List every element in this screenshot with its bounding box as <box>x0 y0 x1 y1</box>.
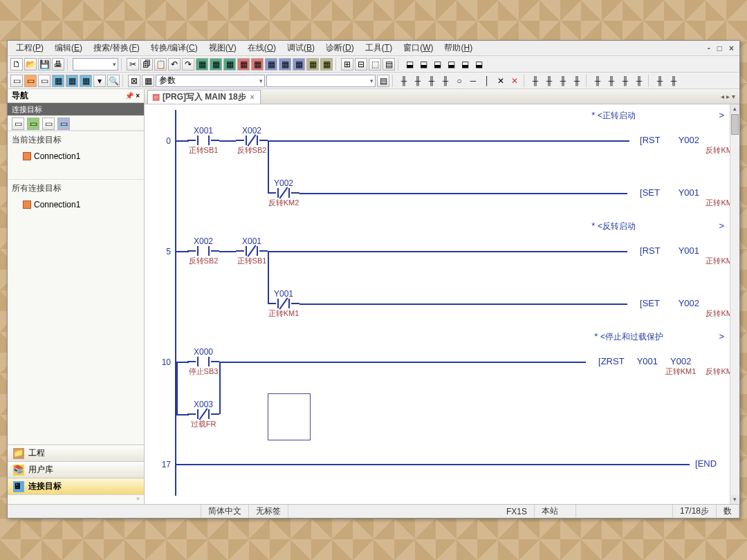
tb-h-icon[interactable]: ▦ <box>293 58 305 71</box>
t2-c-icon[interactable]: ▭ <box>38 75 50 87</box>
out-zrst[interactable]: [ZRSTY001Y002] 正转KM1反转KM2 <box>598 356 737 377</box>
tb-m-icon[interactable]: ⬚ <box>369 58 381 71</box>
redo-icon[interactable]: ↷ <box>182 58 194 71</box>
tb-s-icon[interactable]: ⬓ <box>459 58 471 71</box>
menu-project[interactable]: 工程(P) <box>10 41 49 55</box>
t2-a-icon[interactable]: ▭ <box>10 75 23 87</box>
menu-view[interactable]: 视图(V) <box>203 41 242 55</box>
ld-sf9-icon[interactable]: ✕ <box>495 75 507 87</box>
ladder-editor[interactable]: * <正转启动 > 0 X001 正转SB1 X002 反转SB2 <box>145 104 739 504</box>
tb-r-icon[interactable]: ⬓ <box>445 58 457 71</box>
close-icon[interactable]: × <box>726 44 737 53</box>
tab-nav[interactable]: ◂ ▸ ▾ <box>721 93 739 100</box>
ld-sf10-icon[interactable]: ✕ <box>508 75 521 87</box>
tab-close-icon[interactable]: × <box>249 93 256 101</box>
zoom-combo[interactable] <box>73 58 118 71</box>
tb-d-icon[interactable]: ▦ <box>237 58 250 71</box>
ld-af6-icon[interactable]: ╫ <box>543 75 555 87</box>
ld-y-icon[interactable]: ╫ <box>605 75 618 87</box>
out-set-y001[interactable]: [SETY001] 正转KM1 <box>640 187 737 208</box>
scroll-thumb[interactable] <box>731 114 739 135</box>
menu-tools[interactable]: 工具(T) <box>360 41 398 55</box>
tb-e-icon[interactable]: ▦ <box>251 58 264 71</box>
nav-tb-b-icon[interactable]: ▭ <box>27 118 39 130</box>
tb-i-icon[interactable]: ▦ <box>306 58 319 71</box>
ld-x-icon[interactable]: ╫ <box>591 75 604 87</box>
nav-cat-connection[interactable]: 🖥 连接目标 <box>8 478 144 494</box>
tb-a-icon[interactable]: ▦ <box>196 58 208 71</box>
print-icon[interactable]: 🖶 <box>52 58 64 71</box>
tb-q-icon[interactable]: ⬓ <box>431 58 443 71</box>
save-icon[interactable]: 💾 <box>38 58 50 71</box>
contact-x001-no[interactable]: X001 正转SB1 <box>187 126 219 156</box>
ld-af7-icon[interactable]: ╫ <box>557 75 569 87</box>
ld-f7-icon[interactable]: ╫ <box>425 75 438 87</box>
ld-af5-icon[interactable]: ╫ <box>529 75 542 87</box>
scroll-up-icon[interactable]: ▴ <box>730 104 739 113</box>
t2-e-icon[interactable]: ▦ <box>66 75 78 87</box>
undo-icon[interactable]: ↶ <box>168 58 181 71</box>
tb-b-icon[interactable]: ▦ <box>210 58 222 71</box>
param-combo-2[interactable] <box>266 75 376 87</box>
tb-g-icon[interactable]: ▦ <box>279 58 291 71</box>
tb-p-icon[interactable]: ⬓ <box>417 58 430 71</box>
nav-cat-project[interactable]: 📁 工程 <box>8 445 144 461</box>
pin-icon[interactable]: 📌 × <box>125 92 140 100</box>
tab-main[interactable]: ▤ [PRG]写入 MAIN 18步 × <box>147 90 261 104</box>
menu-window[interactable]: 窗口(W) <box>398 41 439 55</box>
ld-f5-icon[interactable]: ╫ <box>398 75 410 87</box>
cut-icon[interactable]: ✂ <box>127 58 139 71</box>
menu-compile[interactable]: 转换/编译(C) <box>145 41 203 55</box>
nav-item-connection-all[interactable]: Connection1 <box>8 197 144 212</box>
t2-g-icon[interactable]: ▾ <box>93 75 106 87</box>
menu-debug[interactable]: 调试(B) <box>282 41 320 55</box>
t2-d-icon[interactable]: ▦ <box>52 75 64 87</box>
ld-f10-icon[interactable]: ─ <box>467 75 479 87</box>
tb-c-icon[interactable]: ▦ <box>223 58 236 71</box>
nav-tb-c-icon[interactable]: ▭ <box>42 118 55 130</box>
copy-icon[interactable]: 🗐 <box>140 58 153 71</box>
contact-x003-nc[interactable]: X003 过载FR <box>187 400 219 429</box>
out-rst-y001[interactable]: [RSTY001] 正转KM1 <box>640 245 737 266</box>
paste-icon[interactable]: 📋 <box>154 58 167 71</box>
t2-i-icon[interactable]: ⊠ <box>128 75 140 87</box>
contact-x002-no[interactable]: X002 反转SB2 <box>187 236 219 266</box>
scroll-down-icon[interactable]: ▾ <box>730 495 739 504</box>
ld-f8-icon[interactable]: ╫ <box>439 75 452 87</box>
menu-help[interactable]: 帮助(H) <box>439 41 478 55</box>
nav-tb-a-icon[interactable]: ▭ <box>12 118 24 130</box>
scrollbar-vertical[interactable]: ▴ ▾ <box>730 104 739 504</box>
contact-y002-nc[interactable]: Y002 反转KM2 <box>268 178 299 208</box>
ld-u-icon[interactable]: ╫ <box>654 75 666 87</box>
new-icon[interactable]: 🗋 <box>10 58 23 71</box>
out-rst-y002[interactable]: [RSTY002] 反转KM2 <box>640 135 737 156</box>
t2-b-icon[interactable]: ▭ <box>24 75 37 87</box>
nav-item-connection-current[interactable]: Connection1 <box>8 149 144 164</box>
tb-n-icon[interactable]: ▤ <box>382 58 395 71</box>
menu-search[interactable]: 搜索/替换(F) <box>88 41 145 55</box>
param-combo[interactable]: 参数 <box>156 75 265 87</box>
menu-online[interactable]: 在线(O) <box>242 41 282 55</box>
t2-h-icon[interactable]: 🔍 <box>107 75 120 87</box>
tb-f-icon[interactable]: ▦ <box>265 58 277 71</box>
nav-expand-icon[interactable]: » <box>8 494 144 504</box>
nav-tb-d-icon[interactable]: ▭ <box>57 118 70 130</box>
tb-t-icon[interactable]: ⬓ <box>472 58 485 71</box>
contact-y001-nc[interactable]: Y001 正转KM1 <box>268 289 299 319</box>
contact-x001-nc[interactable]: X001 正转SB1 <box>236 236 268 266</box>
ld-sf5-icon[interactable]: │ <box>481 75 493 87</box>
restore-icon[interactable]: □ <box>714 44 725 53</box>
open-icon[interactable]: 📂 <box>24 58 37 71</box>
t2-j-icon[interactable]: ▦ <box>142 75 154 87</box>
contact-x002-nc[interactable]: X002 反转SB2 <box>236 126 268 156</box>
out-set-y002[interactable]: [SETY002] 反转KM2 <box>640 298 737 319</box>
menu-edit[interactable]: 编辑(E) <box>49 41 88 55</box>
ld-w-icon[interactable]: ╫ <box>633 75 645 87</box>
tb-j-icon[interactable]: ▦ <box>320 58 333 71</box>
menu-diag[interactable]: 诊断(D) <box>320 41 360 55</box>
minimize-icon[interactable]: - <box>705 44 713 53</box>
ld-v-icon[interactable]: ╫ <box>667 75 680 87</box>
ld-af8-icon[interactable]: ╫ <box>571 75 583 87</box>
ld-f6-icon[interactable]: ╫ <box>412 75 424 87</box>
t2-k-icon[interactable]: ▤ <box>377 75 389 87</box>
